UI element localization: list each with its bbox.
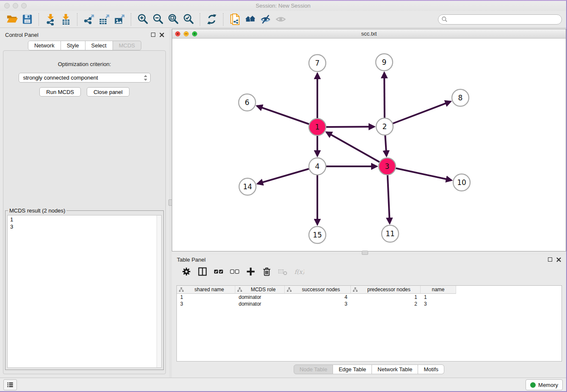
table-cell[interactable]: 3 (177, 301, 235, 307)
graph-node-11[interactable]: 11 (382, 225, 399, 242)
close-panel-button[interactable]: Close panel (87, 87, 129, 97)
import-network-icon[interactable] (43, 12, 58, 27)
application-window: Session: New Session Control Panel Netwo… (0, 0, 567, 392)
zoom-in-icon[interactable] (135, 12, 150, 27)
table-cell[interactable]: 1 (177, 294, 235, 301)
add-entry-icon[interactable] (245, 266, 256, 277)
column-header-predecessor-nodes[interactable]: predecessor nodes (351, 286, 421, 294)
table-toolbar: f(x) (172, 266, 305, 277)
minimize-window-button[interactable] (13, 3, 18, 8)
save-session-icon[interactable] (19, 12, 35, 27)
tab-network-table[interactable]: Network Table (372, 364, 418, 374)
home-icon[interactable] (242, 12, 258, 27)
criterion-select[interactable]: strongly connected component (19, 73, 151, 83)
network-canvas-svg[interactable]: 7968124314101511 (172, 39, 567, 251)
node-label-2: 2 (383, 122, 387, 131)
table-cell[interactable]: dominator (235, 301, 285, 307)
column-header-label: predecessor nodes (358, 287, 420, 293)
edge-3-1[interactable] (326, 132, 387, 166)
refresh-icon[interactable] (204, 12, 219, 27)
graph-node-15[interactable]: 15 (309, 226, 326, 243)
show-selected-icon[interactable] (273, 12, 288, 27)
select-all-columns-icon[interactable] (213, 266, 224, 277)
tab-style[interactable]: Style (61, 41, 85, 50)
search-input[interactable] (448, 15, 561, 24)
close-window-button[interactable] (4, 3, 10, 8)
column-layout-icon[interactable] (197, 266, 208, 277)
zoom-out-icon[interactable] (150, 12, 165, 27)
graph-node-10[interactable]: 10 (453, 174, 470, 191)
graph-node-4[interactable]: 4 (309, 158, 326, 175)
export-network-icon[interactable] (81, 12, 96, 27)
table-settings-icon[interactable] (181, 266, 192, 277)
network-minimize-button[interactable] (184, 31, 189, 36)
network-close-button[interactable] (175, 31, 180, 36)
network-file-icon[interactable] (227, 12, 242, 27)
graph-node-3[interactable]: 3 (379, 158, 396, 175)
tab-select[interactable]: Select (85, 41, 113, 50)
export-table-icon[interactable] (96, 12, 112, 27)
graph-node-8[interactable]: 8 (452, 89, 469, 106)
toolbar-separator (200, 13, 200, 26)
open-session-icon[interactable] (4, 12, 19, 27)
table-row[interactable]: 3dominator323 (177, 301, 561, 307)
edge-1-6[interactable] (257, 106, 317, 127)
hide-selected-icon[interactable] (258, 12, 273, 27)
tab-node-table[interactable]: Node Table (294, 364, 333, 374)
network-canvas[interactable]: 7968124314101511 (172, 39, 566, 251)
table-cell[interactable]: 1 (421, 294, 456, 301)
table-cell[interactable]: 4 (285, 294, 351, 301)
mcds-panel: Optimization criterion: strongly connect… (3, 50, 166, 374)
table-panel-float-button[interactable] (548, 257, 552, 262)
table-cell[interactable]: 2 (351, 301, 421, 307)
column-header-label: successor nodes (292, 287, 350, 293)
edge-4-14[interactable] (258, 166, 317, 184)
table-panel-close-icon[interactable] (556, 257, 561, 262)
import-table-icon[interactable] (58, 12, 73, 27)
column-header-label: name (421, 287, 456, 293)
table-cell[interactable]: dominator (235, 294, 285, 301)
memory-button[interactable]: Memory (526, 379, 563, 390)
graph-node-1[interactable]: 1 (309, 119, 326, 135)
export-image-icon[interactable] (112, 12, 127, 27)
column-header-name[interactable]: name (421, 286, 456, 294)
control-panel-tabs: NetworkStyleSelectMCDS (0, 41, 169, 50)
edge-2-8[interactable] (385, 102, 451, 127)
graph-node-9[interactable]: 9 (376, 54, 393, 71)
table-cell[interactable]: 1 (351, 294, 421, 301)
edge-3-10[interactable] (387, 166, 451, 180)
search-box[interactable] (438, 14, 562, 25)
tab-edge-table[interactable]: Edge Table (333, 364, 372, 374)
column-header-shared-name[interactable]: shared name (177, 286, 235, 294)
column-header-MCDS-role[interactable]: MCDS role (235, 286, 285, 294)
graph-node-6[interactable]: 6 (239, 94, 256, 111)
node-label-6: 6 (245, 98, 250, 107)
tab-network[interactable]: Network (28, 41, 61, 50)
node-label-3: 3 (385, 162, 390, 171)
horizontal-splitter-grip[interactable] (362, 251, 368, 255)
tab-mcds[interactable]: MCDS (113, 41, 141, 50)
graph-node-14[interactable]: 14 (239, 178, 256, 195)
graph-node-7[interactable]: 7 (309, 55, 326, 72)
deselect-all-columns-icon[interactable] (229, 266, 240, 277)
mcds-result-line: 1 (10, 216, 159, 223)
run-mcds-button[interactable]: Run MCDS (39, 87, 81, 97)
column-header-successor-nodes[interactable]: successor nodes (285, 286, 351, 294)
tab-motifs[interactable]: Motifs (418, 364, 444, 374)
control-panel-title: Control Panel (5, 32, 39, 38)
zoom-selected-icon[interactable] (181, 12, 196, 27)
result-scrollbar[interactable] (157, 215, 161, 367)
control-panel-float-button[interactable] (151, 33, 155, 37)
graph-node-2[interactable]: 2 (376, 118, 393, 135)
zoom-fit-icon[interactable] (165, 12, 181, 27)
table-cell[interactable]: 3 (285, 301, 351, 307)
table-row[interactable]: 1dominator411 (177, 294, 561, 301)
mcds-result-text[interactable]: 13 (7, 215, 162, 368)
network-zoom-button[interactable] (192, 31, 197, 36)
horizontal-splitter[interactable] (172, 251, 566, 255)
maximize-window-button[interactable] (21, 3, 27, 8)
table-cell[interactable]: 3 (421, 301, 456, 307)
control-panel-close-icon[interactable] (160, 33, 164, 37)
task-history-button[interactable] (3, 379, 17, 390)
delete-entry-icon[interactable] (261, 266, 272, 277)
